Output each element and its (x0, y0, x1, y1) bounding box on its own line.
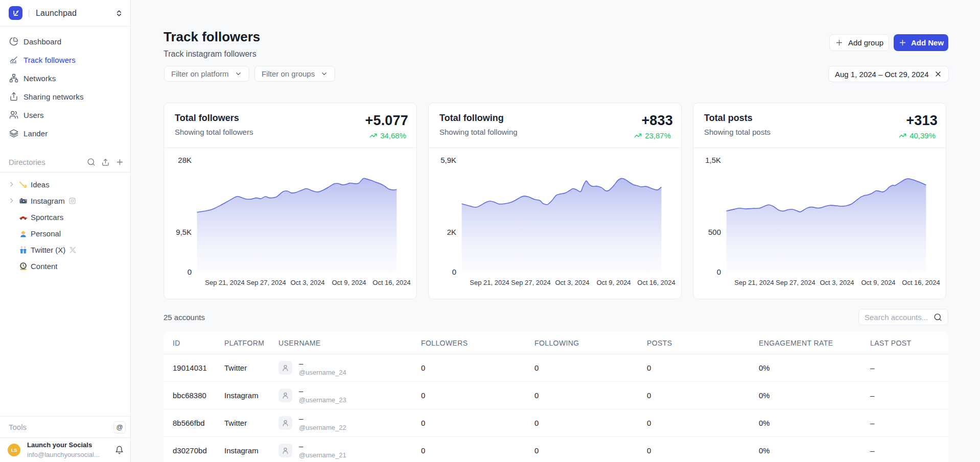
svg-text:Oct 9, 2024: Oct 9, 2024 (332, 279, 366, 286)
svg-text:Oct 3, 2024: Oct 3, 2024 (290, 279, 324, 286)
svg-text:0: 0 (188, 268, 192, 276)
svg-text:Sep 21, 2024: Sep 21, 2024 (205, 279, 244, 286)
svg-text:28K: 28K (178, 156, 192, 164)
svg-text:1,5K: 1,5K (705, 156, 721, 164)
svg-text:0: 0 (452, 268, 456, 276)
svg-text:Oct 16, 2024: Oct 16, 2024 (902, 279, 940, 286)
svg-text:Sep 27, 2024: Sep 27, 2024 (246, 279, 286, 286)
svg-text:Oct 3, 2024: Oct 3, 2024 (820, 279, 854, 286)
svg-text:Oct 9, 2024: Oct 9, 2024 (861, 279, 895, 286)
svg-text:Oct 16, 2024: Oct 16, 2024 (637, 279, 675, 286)
svg-text:Oct 9, 2024: Oct 9, 2024 (596, 279, 631, 286)
svg-text:Oct 16, 2024: Oct 16, 2024 (372, 279, 410, 286)
svg-text:Sep 21, 2024: Sep 21, 2024 (734, 279, 774, 286)
svg-text:5,9K: 5,9K (440, 156, 456, 164)
svg-text:0: 0 (717, 268, 721, 276)
svg-text:Oct 3, 2024: Oct 3, 2024 (555, 279, 589, 286)
svg-text:2K: 2K (447, 228, 456, 236)
svg-text:500: 500 (708, 228, 721, 236)
svg-text:Sep 21, 2024: Sep 21, 2024 (470, 279, 509, 286)
svg-text:Sep 27, 2024: Sep 27, 2024 (511, 279, 550, 286)
svg-text:9,5K: 9,5K (176, 228, 192, 236)
svg-text:Sep 27, 2024: Sep 27, 2024 (776, 279, 815, 286)
